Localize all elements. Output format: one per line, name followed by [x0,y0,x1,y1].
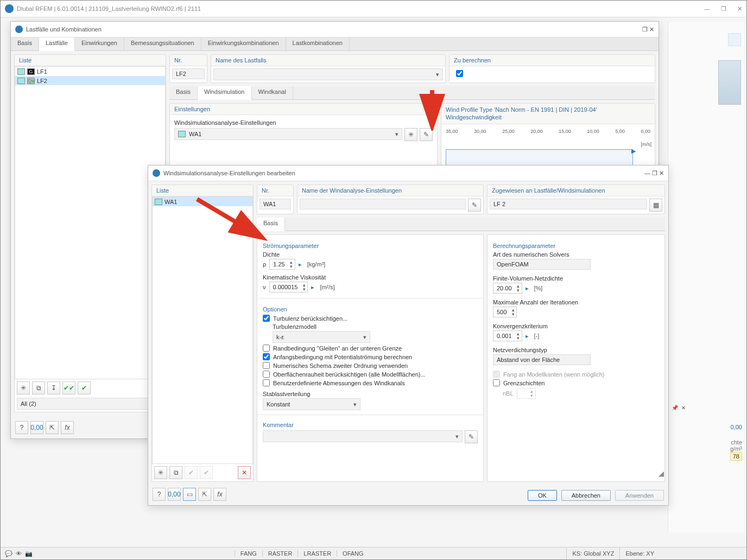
status-lraster[interactable]: LRASTER [297,550,337,557]
comment-edit-icon[interactable]: ✎ [465,430,478,443]
nu-input[interactable]: 0.000015▴▾ [269,282,308,292]
opt-user-checkbox[interactable] [263,379,270,386]
lc-bottom-toolbar: ? 0,00 ⇱ fx [15,421,74,434]
tab-bemessung[interactable]: Bemessungssituationen [124,37,201,50]
list-item[interactable]: Qw LF2 [15,76,165,85]
list-item[interactable]: G LF1 [15,67,165,76]
ws-calc-panel: Berechnungsparameter Art des numerischen… [487,234,665,482]
ws-liste-listbox[interactable]: WA1 [152,196,253,464]
ws-bottom-toolbar: ? 0,00 ▭ ⇱ fx [153,488,226,501]
help-icon[interactable]: ? [153,488,166,501]
assign-list-icon[interactable]: ▦ [649,199,662,212]
ws-assign-header: Zugewiesen an Lastfälle/Windsimulationen [488,185,664,196]
opt-num-checkbox[interactable] [263,362,270,369]
tick: 10,00 [587,129,599,134]
copy-icon[interactable]: ⧉ [32,381,45,394]
units-icon[interactable]: 0,00 [168,488,181,501]
lc-restore-button[interactable]: ❐ [642,26,648,33]
tab-lastfaelle[interactable]: Lastfälle [39,37,75,51]
ws-restore-button[interactable]: ❐ [652,170,657,176]
edit-name-icon[interactable]: ✎ [468,199,481,212]
tab-einwirkungen[interactable]: Einwirkungen [75,37,124,50]
restore-button[interactable]: ❐ [721,5,726,12]
color-swatch [155,199,162,205]
tab-einwirkkomb[interactable]: Einwirkungskombinationen [201,37,286,50]
tab-basis[interactable]: Basis [11,37,39,50]
bl-checkbox[interactable] [493,379,500,386]
ws-close-button[interactable]: ✕ [659,170,664,176]
axes-icon[interactable]: ⇱ [46,421,59,434]
axes-icon[interactable]: ⇱ [198,488,211,501]
opt-turb-checkbox[interactable] [263,315,270,322]
name-dropdown[interactable] [213,68,443,80]
turb-model-dropdown[interactable]: k-ε [273,331,370,343]
ws-minimize-button[interactable]: — [644,170,650,176]
tab-detail-windkanal[interactable]: Windkanal [252,86,293,99]
help-icon[interactable]: ? [15,421,28,434]
camera-icon[interactable]: 📷 [25,550,33,557]
units-icon[interactable]: 0,00 [30,421,43,434]
new-settings-icon[interactable]: ✳ [404,128,417,141]
check2-icon[interactable]: ✔ [78,381,91,394]
status-fang[interactable]: FANG [235,550,262,557]
list-item-label: LF2 [37,78,47,84]
detail-tabs: Basis Windsimulation Windkanal [169,86,655,100]
tab-detail-basis[interactable]: Basis [169,86,198,99]
conv-label: Konvergenzkriterium [493,323,659,329]
dichte-label: Dichte [263,251,478,258]
chart-area: ▶ [446,149,633,167]
status-raster[interactable]: RASTER [262,550,298,557]
status-ofang[interactable]: OFANG [337,550,369,557]
ws-tab-basis[interactable]: Basis [257,218,285,231]
fx-icon[interactable]: fx [61,421,74,434]
dock-close-icon[interactable]: ✕ [681,405,686,411]
ws-name-field[interactable] [300,199,466,209]
tick: 15,00 [559,129,571,134]
fx-icon[interactable]: fx [213,488,226,501]
opt-pot-checkbox[interactable] [263,353,270,360]
stab-dropdown[interactable]: Konstant [263,398,360,410]
delete-icon[interactable]: ✕ [238,466,251,479]
calc-checkbox[interactable] [456,70,463,77]
edit-settings-icon[interactable]: ✎ [420,128,433,141]
ws-nr-field[interactable]: WA1 [259,199,291,209]
view-icon[interactable]: ▭ [183,488,196,501]
loadcases-titlebar: Lastfälle und Kombinationen ❐ ✕ [11,22,659,37]
liste-filter-dropdown[interactable]: All (2) [17,398,163,410]
mesh-input[interactable]: 20.00▴▾ [493,283,522,294]
new-icon[interactable]: ✳ [154,466,167,479]
tab-lastkomb[interactable]: Lastkombinationen [286,37,350,50]
list-item-label: LF1 [37,68,47,75]
cancel-button[interactable]: Abbrechen [561,490,611,501]
minimize-button[interactable]: — [704,5,710,12]
close-button[interactable]: ✕ [737,5,742,12]
tab-detail-windsim[interactable]: Windsimulation [198,86,252,100]
opt-rough-checkbox[interactable] [263,371,270,378]
comment-dropdown[interactable] [263,430,463,442]
dock-pin-icon[interactable]: 📌 [672,405,678,411]
ok-button[interactable]: OK [528,490,557,501]
comment-icon[interactable]: 💬 [5,550,12,557]
liste-listbox[interactable]: G LF1 Qw LF2 [15,66,166,379]
list-item[interactable]: WA1 [153,197,252,206]
ws-nr-panel: Nr. WA1 [257,184,294,214]
rho-input[interactable]: 1.25▴▾ [269,259,295,270]
iter-input[interactable]: 500▴▾ [493,307,517,317]
ws-assign-field[interactable]: LF 2 [490,199,647,209]
cube-icon[interactable] [728,33,741,46]
opt-slip-checkbox[interactable] [263,345,270,352]
new-icon[interactable]: ✳ [17,381,30,394]
conv-input[interactable]: 0.001▴▾ [493,330,522,341]
settings-dropdown[interactable]: WA1 [174,128,402,140]
copy-icon[interactable]: ⧉ [169,466,182,479]
sort-icon[interactable]: ↧ [47,381,60,394]
check-icon[interactable]: ✔✔ [62,381,75,394]
opt-slip-label: Randbedingung "Gleiten" an der unteren G… [273,345,402,352]
lc-close-button[interactable]: ✕ [649,26,654,33]
rho-symbol: ρ [263,261,266,268]
windsettings-titlebar: Windsimulationsanalyse-Einstellungen bea… [148,166,668,181]
nr-field[interactable]: LF2 [172,68,205,79]
eye-icon[interactable]: 👁 [16,550,22,557]
view-cube-icon[interactable] [718,60,741,105]
status-ks: KS: Global XYZ [566,548,619,559]
